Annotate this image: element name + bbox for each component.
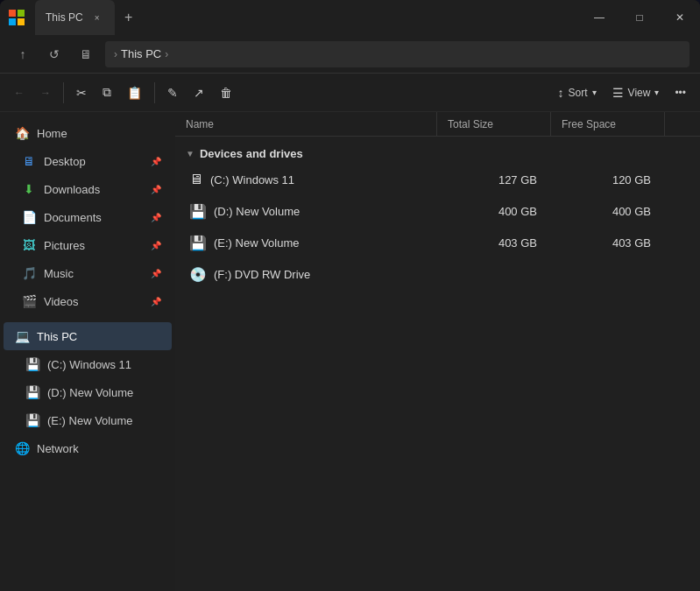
music-pin-icon: 📌 [151, 269, 161, 278]
window-controls: — □ ✕ [579, 0, 700, 35]
close-btn[interactable]: ✕ [660, 0, 700, 35]
sidebar-item-e-drive-label: (E:) New Volume [47, 414, 133, 427]
sidebar-item-this-pc[interactable]: 💻 This PC [4, 322, 172, 350]
col-header-total-size[interactable]: Total Size [437, 112, 551, 136]
e-drive-file-icon: 💾 [189, 235, 207, 251]
breadcrumb-this-pc[interactable]: This PC [121, 47, 161, 60]
active-tab[interactable]: This PC × [35, 0, 115, 35]
e-drive-icon: 💾 [25, 413, 40, 427]
desktop-icon: 🖥 [21, 154, 37, 168]
scissors-icon: ✂ [76, 86, 87, 100]
sidebar-item-desktop[interactable]: 🖥 Desktop 📌 [4, 147, 172, 175]
table-row[interactable]: 💿 (F:) DVD RW Drive [179, 258, 696, 290]
file-explorer-window: This PC × + — □ ✕ ↑ ↺ 🖥 › This PC › ← → … [0, 0, 700, 591]
col-header-name[interactable]: Name [175, 112, 437, 136]
paste-btn[interactable]: 📋 [120, 79, 149, 107]
sidebar-item-music-label: Music [44, 267, 74, 280]
breadcrumb-chevron: › [114, 48, 117, 60]
back-btn[interactable]: ↑ [11, 42, 35, 67]
sidebar-item-network-label: Network [37, 442, 79, 455]
breadcrumb-end-chevron: › [165, 48, 168, 60]
e-drive-free-space: 403 GB [548, 236, 661, 250]
downloads-pin-icon: 📌 [151, 185, 161, 194]
address-bar: ↑ ↺ 🖥 › This PC › [0, 35, 700, 74]
column-headers: Name Total Size Free Space [175, 112, 700, 137]
nav-forward-btn[interactable]: → [33, 79, 58, 107]
paste-icon: 📋 [127, 86, 142, 100]
sidebar-item-home[interactable]: 🏠 Home [4, 119, 172, 147]
videos-icon: 🎬 [21, 294, 37, 308]
d-drive-total-size: 400 GB [434, 205, 548, 218]
sidebar-item-videos[interactable]: 🎬 Videos 📌 [4, 287, 172, 315]
sidebar-item-d-drive[interactable]: 💾 (D:) New Volume [4, 378, 172, 406]
copy-btn[interactable]: ⧉ [95, 79, 118, 107]
toolbar: ← → ✂ ⧉ 📋 ✎ ↗ 🗑 ↕ Sort ▾ ☰ View ▾ ••• [0, 74, 700, 112]
sidebar-item-documents[interactable]: 📄 Documents 📌 [4, 203, 172, 231]
breadcrumb-bar[interactable]: › This PC › [105, 41, 689, 67]
network-icon: 🌐 [14, 441, 30, 455]
f-drive-name: (F:) DVD RW Drive [214, 268, 310, 281]
table-row[interactable]: 🖥 (C:) Windows 11 127 GB 120 GB [179, 164, 696, 195]
sidebar: 🏠 Home 🖥 Desktop 📌 ⬇ Downloads 📌 📄 Docum… [0, 112, 175, 591]
sidebar-item-this-pc-label: This PC [37, 330, 77, 343]
maximize-btn[interactable]: □ [619, 0, 660, 35]
sidebar-item-pictures-label: Pictures [44, 239, 85, 252]
table-row[interactable]: 💾 (E:) New Volume 403 GB 403 GB [179, 227, 696, 258]
sidebar-item-music[interactable]: 🎵 Music 📌 [4, 259, 172, 287]
file-name-d-drive: 💾 (D:) New Volume [179, 203, 434, 220]
section-header-devices[interactable]: ▼ Devices and drives [175, 144, 700, 164]
sidebar-item-network[interactable]: 🌐 Network [4, 434, 172, 462]
home-icon: 🏠 [14, 126, 30, 140]
svg-rect-2 [9, 18, 16, 25]
documents-pin-icon: 📌 [151, 213, 161, 222]
svg-rect-1 [18, 10, 25, 17]
sidebar-item-e-drive[interactable]: 💾 (E:) New Volume [4, 406, 172, 434]
tab-close-btn[interactable]: × [90, 11, 104, 25]
rename-btn[interactable]: ✎ [160, 79, 185, 107]
view-chevron-icon: ▾ [654, 88, 659, 97]
sidebar-item-d-drive-label: (D:) New Volume [47, 386, 133, 399]
sidebar-item-videos-label: Videos [44, 295, 79, 308]
videos-pin-icon: 📌 [151, 297, 161, 306]
app-logo [9, 10, 25, 25]
toolbar-separator-2 [154, 82, 155, 103]
nav-back-btn[interactable]: ← [7, 79, 32, 107]
f-drive-file-icon: 💿 [189, 266, 207, 283]
sort-icon: ↕ [558, 86, 564, 100]
sort-btn[interactable]: ↕ Sort ▾ [551, 79, 604, 107]
main-area: 🏠 Home 🖥 Desktop 📌 ⬇ Downloads 📌 📄 Docum… [0, 112, 700, 591]
sidebar-item-documents-label: Documents [44, 211, 102, 224]
c-drive-name: (C:) Windows 11 [210, 173, 294, 186]
share-icon: ↗ [194, 86, 204, 100]
this-pc-icon: 💻 [14, 329, 30, 343]
refresh-btn[interactable]: ↺ [42, 42, 67, 67]
section-label-devices: Devices and drives [200, 147, 303, 160]
more-icon: ••• [675, 87, 686, 99]
sidebar-item-c-drive[interactable]: 💾 (C:) Windows 11 [4, 350, 172, 378]
d-drive-free-space: 400 GB [548, 205, 661, 218]
sort-label: Sort [569, 87, 588, 99]
col-header-free-space[interactable]: Free Space [551, 112, 665, 136]
desktop-pin-icon: 📌 [151, 157, 161, 166]
table-row[interactable]: 💾 (D:) New Volume 400 GB 400 GB [179, 195, 696, 227]
c-drive-total-size: 127 GB [434, 173, 548, 186]
e-drive-total-size: 403 GB [434, 236, 548, 250]
sidebar-item-downloads[interactable]: ⬇ Downloads 📌 [4, 175, 172, 203]
more-btn[interactable]: ••• [668, 79, 693, 107]
delete-btn[interactable]: 🗑 [213, 79, 239, 107]
toolbar-right: ↕ Sort ▾ ☰ View ▾ ••• [551, 79, 693, 107]
svg-rect-0 [9, 10, 16, 17]
minimize-btn[interactable]: — [579, 0, 619, 35]
c-drive-file-icon: 🖥 [189, 172, 203, 187]
share-btn[interactable]: ↗ [187, 79, 211, 107]
sidebar-item-pictures[interactable]: 🖼 Pictures 📌 [4, 231, 172, 259]
copy-icon: ⧉ [103, 85, 111, 100]
pictures-icon: 🖼 [21, 238, 37, 252]
col-header-extra [665, 112, 700, 136]
downloads-icon: ⬇ [21, 182, 37, 196]
view-label: View [628, 87, 651, 99]
view-btn[interactable]: ☰ View ▾ [605, 79, 667, 107]
cut-btn[interactable]: ✂ [69, 79, 94, 107]
monitor-btn[interactable]: 🖥 [74, 42, 98, 67]
new-tab-btn[interactable]: + [115, 6, 143, 29]
